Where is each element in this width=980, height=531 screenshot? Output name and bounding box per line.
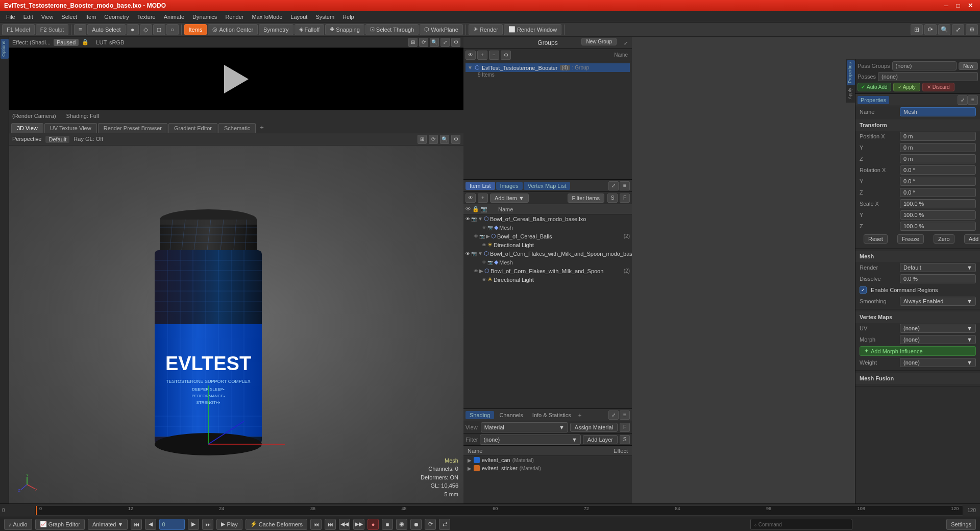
preview-canvas[interactable] — [9, 48, 463, 110]
groups-expand-icon[interactable]: ⤢ — [622, 39, 630, 47]
item-row-mesh-2[interactable]: 👁 📷 ◆ Mesh — [463, 258, 632, 267]
item-row-bowl-sub[interactable]: 👁 📷 ⬡ Bowl_of_Cereal_Balls (2) — [463, 232, 632, 240]
weight-dropdown[interactable]: (none) ▼ — [900, 358, 976, 367]
group-expand-arrow[interactable] — [468, 65, 473, 70]
action-center-btn[interactable]: ◎ Action Center — [208, 24, 258, 35]
item-expand-1[interactable] — [478, 216, 483, 222]
tab-render-preset[interactable]: Render Preset Browser — [98, 123, 167, 133]
mesh-header[interactable]: Mesh — [855, 251, 980, 262]
fit-icon[interactable]: ⊞ — [911, 24, 923, 35]
left-tab-options[interactable]: Options — [1, 39, 9, 59]
tab-vertex-map[interactable]: Vertex Map List — [524, 182, 571, 190]
rot-y-value[interactable]: 0.0 ° — [900, 177, 976, 186]
transport-record6[interactable]: ■ — [382, 519, 393, 530]
groups-settings-icon[interactable]: ⚙ — [501, 51, 511, 60]
auto-add-btn[interactable]: ✓ Auto Add — [857, 83, 891, 91]
render-dropdown[interactable]: Default ▼ — [900, 263, 976, 272]
groups-add-icon[interactable]: + — [477, 51, 487, 60]
menu-render[interactable]: Render — [221, 13, 248, 21]
item-expand-sub2[interactable] — [486, 233, 490, 239]
timeline-ruler[interactable]: 0 12 24 36 48 60 72 84 96 108 120 — [35, 505, 963, 516]
morph-dropdown[interactable]: (none) ▼ — [900, 335, 976, 344]
mesh-fusion-header[interactable]: Mesh Fusion — [855, 373, 980, 384]
layer-s-btn[interactable]: S — [620, 435, 630, 444]
filter-items-btn[interactable]: Filter Items — [568, 194, 604, 203]
enable-cmd-checkbox[interactable]: ✓ — [860, 286, 867, 294]
pos-x-value[interactable]: 0 m — [900, 132, 976, 141]
transform-header[interactable]: Transform — [855, 119, 980, 131]
transport-end-btn[interactable]: ⏭ — [202, 519, 213, 530]
item-row-bowl-cereal[interactable]: 👁 📷 ⬡ Bowl_of_Cereal_Balls_modo_base.lxo — [463, 214, 632, 223]
scale-x-value[interactable]: 100.0 % — [900, 199, 976, 208]
items-btn[interactable]: Items — [184, 24, 207, 35]
edge-icon[interactable]: ◇ — [140, 24, 152, 35]
reset-btn[interactable]: Reset — [864, 234, 888, 244]
menu-item[interactable]: Item — [81, 13, 100, 21]
autoselect-btn[interactable]: Auto Select — [87, 24, 125, 35]
rot-z-value[interactable]: 0.0 ° — [900, 188, 976, 197]
side-tab-properties[interactable]: Properties — [847, 60, 855, 85]
mat-expand-2[interactable] — [468, 466, 472, 471]
menu-animate[interactable]: Animate — [160, 13, 188, 21]
item-row-corn-sub[interactable]: 👁 ⬡ Bowl_of_Corn_Flakes_with_Milk_and_Sp… — [463, 267, 632, 275]
model-btn[interactable]: F1 Model — [2, 24, 35, 35]
falloff-btn[interactable]: ◈ Falloff — [295, 24, 325, 35]
menu-texture[interactable]: Texture — [133, 13, 160, 21]
material-dropdown[interactable]: Material ▼ — [481, 422, 568, 432]
mat-expand-1[interactable] — [468, 457, 472, 463]
menu-help[interactable]: Help — [338, 13, 358, 21]
groups-eye-icon[interactable]: 👁 — [465, 51, 476, 60]
side-tab-apply[interactable]: Apply — [847, 86, 855, 102]
uv-dropdown[interactable]: (none) ▼ — [900, 324, 976, 333]
material-row-evltest-can[interactable]: evltest_can (Material) — [463, 456, 632, 464]
item-expand-sub4[interactable] — [479, 268, 483, 274]
apply-btn[interactable]: ✓ Apply — [893, 83, 920, 91]
filter-dropdown[interactable]: (none) ▼ — [480, 435, 580, 445]
add-morph-btn[interactable]: ✦ Add Morph Influence — [860, 346, 976, 356]
transport-record1[interactable]: ⏮ — [310, 519, 322, 530]
close-btn[interactable]: ✕ — [965, 2, 976, 9]
view-mode-label[interactable]: Perspective — [12, 136, 41, 143]
symmetry-btn[interactable]: Symmetry — [259, 24, 293, 35]
transport-start-btn[interactable]: ⏮ — [131, 519, 142, 530]
smoothing-dropdown[interactable]: Always Enabled ▼ — [900, 297, 976, 306]
shading-add-tab[interactable]: + — [576, 411, 583, 419]
pass-groups-input[interactable]: (none) — [892, 61, 957, 70]
play-btn[interactable]: ▶ Play — [216, 519, 242, 530]
discard-btn[interactable]: ✕ Discard — [922, 83, 954, 91]
minimize-btn[interactable]: ─ — [941, 2, 952, 9]
rot-x-value[interactable]: 0.0 ° — [900, 165, 976, 175]
sculpt-btn[interactable]: F2 Sculpt — [36, 24, 68, 35]
tab-add-icon[interactable]: + — [257, 122, 267, 133]
add-item-btn[interactable]: Add Item ▼ — [490, 194, 529, 203]
item-row-corn-flakes[interactable]: 👁 📷 ⬡ Bowl_of_Corn_Flakes_with_Milk_and_… — [463, 249, 632, 258]
vp-fit-icon[interactable]: ⊞ — [418, 135, 427, 144]
new-group-btn[interactable]: New Group — [581, 38, 617, 45]
group-row-main[interactable]: ⬡ EvlTest_Testosterone_Booster (4) : Gro… — [465, 63, 630, 72]
render-btn[interactable]: ☀ Render — [469, 24, 503, 35]
menu-system[interactable]: System — [311, 13, 338, 21]
preview-fit-icon[interactable]: ⊞ — [408, 38, 418, 47]
tab-schematic[interactable]: Schematic — [218, 123, 256, 133]
transport-record2[interactable]: ⏭ — [325, 519, 336, 530]
prop-settings-icon[interactable]: ≡ — [968, 95, 978, 105]
menu-file[interactable]: File — [2, 13, 19, 21]
material-row-evltest-sticker[interactable]: evltest_sticker (Material) — [463, 464, 632, 472]
preview-zoom-icon[interactable]: ⟳ — [419, 38, 428, 47]
pos-y-value[interactable]: 0 m — [900, 143, 976, 152]
menu-view[interactable]: View — [37, 13, 58, 21]
scale-z-value[interactable]: 100.0 % — [900, 222, 976, 231]
tab-item-list[interactable]: Item List — [465, 182, 495, 190]
item-eye-icon[interactable]: 👁 — [465, 194, 476, 203]
add-layer-btn[interactable]: Add Layer — [583, 435, 618, 444]
item-lock-icon[interactable]: + — [478, 194, 488, 203]
transport-record5[interactable]: ● — [368, 519, 379, 530]
menu-maxtomodo[interactable]: MaxToModo — [248, 13, 286, 21]
select-through-btn[interactable]: ⊡ Select Through — [365, 24, 419, 35]
render-window-btn[interactable]: ⬜ Render Window — [504, 24, 561, 35]
workplane-btn[interactable]: ⬡ WorkPlane — [420, 24, 463, 35]
menu-layout[interactable]: Layout — [286, 13, 311, 21]
maximize-btn[interactable]: □ — [953, 2, 963, 9]
item-row-dir-light-2[interactable]: 👁 ☀ Directional Light — [463, 275, 632, 284]
item-eye-1[interactable]: 👁 — [465, 216, 470, 222]
